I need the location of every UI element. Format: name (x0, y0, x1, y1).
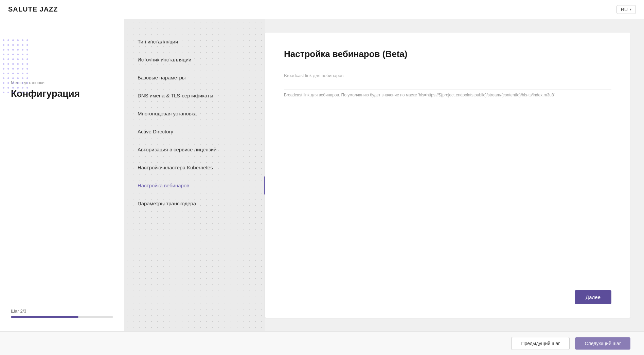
center-nav: Тип инсталляцииИсточник инсталляцииБазов… (124, 19, 265, 331)
nav-item-install-type[interactable]: Тип инсталляции (124, 33, 265, 51)
nav-item-kubernetes[interactable]: Настройки кластера Kubernetes (124, 158, 265, 176)
nav-item-install-source[interactable]: Источник инсталляции (124, 51, 265, 69)
nav-item-multinode[interactable]: Многонодовая установка (124, 105, 265, 123)
field-hint: Broadcast link для вебинаров. По умолчан… (284, 92, 611, 98)
header: SALUTE JAZZ RU ▾ (0, 0, 644, 19)
step-label: Шаг 2/3 (11, 309, 113, 314)
field-label: Broadcast link для вебинаров (284, 73, 611, 78)
nav-item-dns-tls[interactable]: DNS имена & TLS-сертификаты (124, 87, 265, 105)
language-button[interactable]: RU ▾ (616, 5, 636, 14)
chevron-down-icon: ▾ (630, 7, 631, 11)
decorative-dots (0, 39, 34, 107)
broadcast-link-input[interactable] (284, 80, 611, 90)
progress-bar-background (11, 316, 113, 318)
progress-bar-fill (11, 316, 78, 318)
prev-step-button[interactable]: Предыдущий шаг (511, 337, 570, 350)
nav-item-transcoder[interactable]: Параметры транскодера (124, 194, 265, 212)
nav-item-active-directory[interactable]: Active Directory (124, 123, 265, 141)
next-button-content[interactable]: Далее (575, 290, 611, 304)
left-sidebar: Меню установки Конфигурация Шаг 2/3 (0, 19, 124, 331)
lang-label: RU (621, 7, 628, 12)
main-layout: Меню установки Конфигурация Шаг 2/3 Тип … (0, 19, 644, 331)
next-step-button[interactable]: Следующий шаг (575, 337, 630, 350)
logo: SALUTE JAZZ (8, 5, 58, 13)
content-panel: Настройка вебинаров (Beta) Broadcast lin… (265, 33, 630, 318)
nav-item-license-auth[interactable]: Авторизация в сервисе лицензий (124, 141, 265, 158)
bottom-bar: Предыдущий шаг Следующий шаг (0, 331, 644, 355)
nav-item-webinars[interactable]: Настройка вебинаров (124, 176, 265, 194)
step-info: Шаг 2/3 (11, 309, 113, 318)
broadcast-link-field: Broadcast link для вебинаров Broadcast l… (284, 73, 611, 98)
content-title: Настройка вебинаров (Beta) (284, 49, 611, 59)
nav-item-base-params[interactable]: Базовые параметры (124, 69, 265, 87)
